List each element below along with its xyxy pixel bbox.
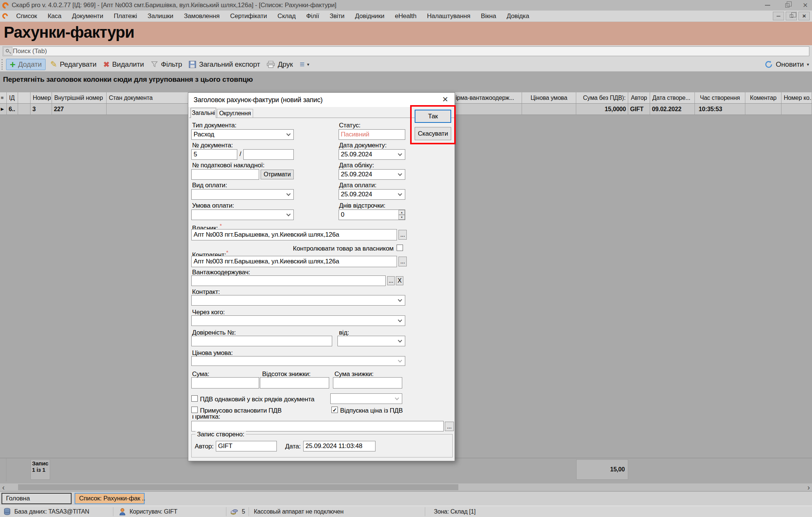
filter-button[interactable]: Фільтр [147, 59, 185, 70]
restore-button[interactable] [779, 0, 795, 11]
cell-number[interactable]: 3 [31, 104, 52, 115]
contract-select[interactable] [191, 295, 405, 306]
print-button[interactable]: Друк [263, 59, 296, 70]
column-header-comment[interactable]: Коментар [745, 92, 781, 104]
tax-invoice-input[interactable] [191, 169, 259, 180]
doc-no-input[interactable]: 5 [191, 149, 237, 160]
cell-id[interactable]: 6.. [7, 104, 18, 115]
consignee-browse-button[interactable]: ... [387, 276, 395, 285]
cell-sum[interactable]: 15,0000 [576, 104, 628, 115]
doc-date-select[interactable]: 25.09.2024 [339, 149, 405, 160]
delete-button[interactable]: ✖ Видалити [100, 59, 147, 70]
grid-corner-icon[interactable]: ≡ [0, 92, 7, 104]
menu-nalashtuvannia[interactable]: Налаштування [422, 12, 476, 20]
doc-no2-input[interactable] [243, 149, 294, 160]
cell-comment[interactable] [745, 104, 781, 115]
column-header-contract-no[interactable]: Номер ко... [781, 92, 812, 104]
scrollbar-thumb[interactable] [18, 484, 458, 490]
cell-time-created[interactable]: 10:35:53 [695, 104, 745, 115]
cell-internal[interactable]: 227 [52, 104, 107, 115]
column-header-author[interactable]: Автор [628, 92, 650, 104]
scroll-left-icon[interactable]: ‹ [0, 483, 7, 491]
menu-dovidka[interactable]: Довідка [501, 12, 534, 20]
column-header-blank[interactable] [18, 92, 31, 104]
menu-zalyshky[interactable]: Залишки [142, 12, 179, 20]
tab-general[interactable]: Загальні [191, 108, 216, 118]
acc-date-select[interactable]: 25.09.2024 [339, 169, 405, 180]
menu-filii[interactable]: Філії [301, 12, 324, 20]
menu-platezhi[interactable]: Платежі [108, 12, 142, 20]
discount-pct-input[interactable] [260, 377, 329, 389]
column-header-sum[interactable]: Сума без ПДВ): [576, 92, 628, 104]
cell-price-term[interactable] [522, 104, 576, 115]
search-input[interactable] [13, 47, 809, 55]
refresh-button[interactable]: Оновити ▾ [765, 57, 809, 72]
control-by-owner-checkbox[interactable] [397, 245, 403, 251]
column-header-date-created[interactable]: Дата створе... [650, 92, 695, 104]
consignee-input[interactable] [191, 275, 386, 286]
columns-button[interactable]: ≡ ▾ [296, 60, 313, 69]
pay-term-select[interactable] [191, 210, 294, 220]
owner-input[interactable]: Апт №003 пгт.Барышевка, ул.Киевский шлях… [191, 229, 397, 240]
menu-zvity[interactable]: Звіти [324, 12, 350, 20]
note-input[interactable] [191, 421, 444, 431]
tab-invoice-list[interactable]: Список: Рахунки-фак .. [75, 493, 145, 504]
spin-up-icon[interactable]: ▲ [398, 210, 405, 215]
edit-button[interactable]: ✎ Редагувати [47, 58, 100, 70]
dialog-close-button[interactable]: × [440, 93, 451, 105]
column-header-number[interactable]: Номер [31, 92, 52, 104]
menu-ehealth[interactable]: eHealth [389, 12, 421, 20]
scroll-right-icon[interactable]: › [805, 483, 812, 491]
menu-zamovlennia[interactable]: Замовлення [179, 12, 225, 20]
mdi-minimize-button[interactable] [773, 12, 784, 20]
pay-kind-select[interactable] [191, 189, 294, 200]
column-header-time-created[interactable]: Час створення [695, 92, 745, 104]
sum-input[interactable] [191, 377, 259, 389]
vat-rate-select[interactable] [330, 393, 402, 404]
vat-incl-checkbox[interactable]: ✓ [331, 407, 338, 413]
pay-date-select[interactable]: 25.09.2024 [339, 189, 405, 200]
get-button[interactable]: Отримати [261, 170, 294, 179]
contragent-browse-button[interactable]: ... [398, 257, 407, 266]
proxy-no-input[interactable] [191, 336, 332, 346]
menu-kasa[interactable]: Каса [42, 12, 67, 20]
mdi-close-button[interactable]: × [798, 12, 810, 20]
tab-home[interactable]: Головна [2, 493, 72, 504]
cell-contract-no[interactable] [781, 104, 812, 115]
doc-type-select[interactable]: Расход [191, 129, 294, 140]
via-select[interactable] [191, 315, 405, 326]
export-button[interactable]: Загальний експорт [185, 59, 263, 70]
column-header-id[interactable]: ІД [7, 92, 18, 104]
menu-vikna[interactable]: Вікна [476, 12, 501, 20]
contragent-input[interactable]: Апт №003 пгт.Барышевка, ул.Киевский шлях… [191, 256, 397, 267]
mdi-restore-button[interactable] [786, 12, 797, 20]
consignee-clear-button[interactable]: X [396, 276, 403, 285]
vat-same-checkbox[interactable] [191, 395, 198, 402]
cell-date-created[interactable]: 09.02.2022 [650, 104, 695, 115]
close-button[interactable]: × [797, 0, 812, 11]
add-button[interactable]: + Додати [6, 59, 46, 70]
note-browse-button[interactable]: ... [445, 422, 454, 431]
menu-dokumenty[interactable]: Документи [67, 12, 108, 20]
column-header-price-term[interactable]: Цінова умова [522, 92, 576, 104]
vat-force-checkbox[interactable] [191, 407, 198, 413]
tab-rounding[interactable]: Округлення [217, 109, 253, 118]
column-header-internal[interactable]: Внутрішній номер [52, 92, 107, 104]
search-box[interactable] [3, 46, 809, 56]
price-term-select[interactable] [191, 356, 405, 366]
cell-blank[interactable] [18, 104, 31, 115]
from-date-select[interactable] [337, 336, 405, 346]
menu-spisok[interactable]: Список [11, 12, 42, 20]
cell-author[interactable]: GIFT [628, 104, 650, 115]
delay-days-spinner[interactable]: ▲ ▼ [398, 210, 405, 220]
spin-down-icon[interactable]: ▼ [398, 215, 405, 220]
menu-dovidnyky[interactable]: Довідники [350, 12, 390, 20]
minimize-button[interactable] [759, 0, 776, 11]
owner-browse-button[interactable]: ... [398, 230, 407, 240]
horizontal-scrollbar[interactable]: ‹ › [0, 483, 812, 491]
delay-days-input[interactable]: 0 [339, 210, 405, 220]
toolbar-grip[interactable] [2, 59, 4, 70]
discount-sum-input[interactable] [333, 377, 402, 389]
menu-sklad[interactable]: Склад [272, 12, 301, 20]
menu-sertyfikaty[interactable]: Сертифікати [225, 12, 272, 20]
